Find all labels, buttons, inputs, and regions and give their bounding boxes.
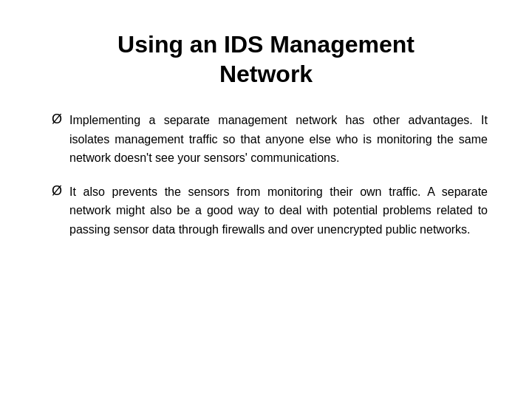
title-section: Using an IDS Management Network xyxy=(44,30,488,89)
bullet-arrow-1: Ø xyxy=(52,112,62,127)
slide-title: Using an IDS Management Network xyxy=(44,30,488,89)
bullet-text-1: Implementing a separate management netwo… xyxy=(69,111,488,168)
slide: Using an IDS Management Network Ø Implem… xyxy=(0,0,532,399)
bullet-text-2: It also prevents the sensors from monito… xyxy=(69,183,488,239)
title-line2: Network xyxy=(219,61,313,87)
bullet-item-1: Ø Implementing a separate management net… xyxy=(52,111,488,168)
content-section: Ø Implementing a separate management net… xyxy=(44,111,488,239)
bullet-item-2: Ø It also prevents the sensors from moni… xyxy=(52,183,488,239)
title-line1: Using an IDS Management xyxy=(117,31,415,58)
bullet-arrow-2: Ø xyxy=(52,183,62,199)
